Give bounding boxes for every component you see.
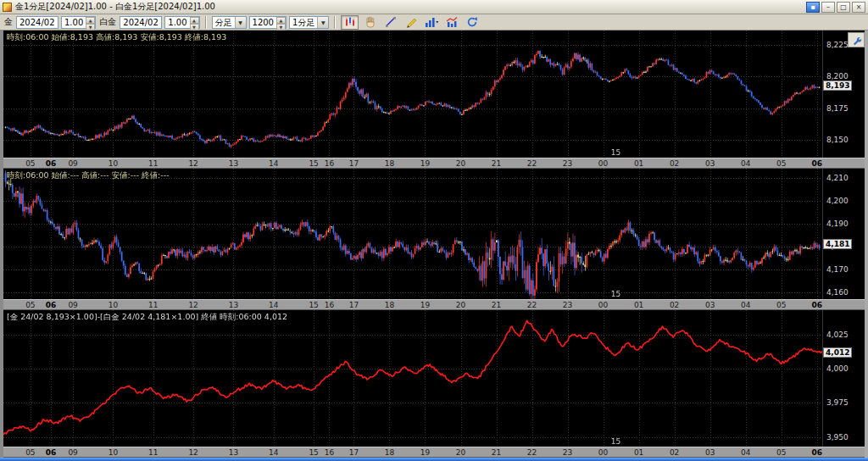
time-label: 19 xyxy=(420,300,430,310)
platinum-label: 白金 xyxy=(99,16,116,28)
toolbar: 金 2024/02 1.00 ▲ ▼ 白金 2024/02 1.00 ▲ ▼ 分… xyxy=(0,14,868,31)
time-axis: 0506091011121314151617181920212223000102… xyxy=(3,299,865,310)
time-label: 04 xyxy=(741,447,750,458)
gold-ohlc-info: 時刻:06:00 始値:8,193 高値:8,193 安値:8,193 終値:8… xyxy=(7,32,226,43)
spread-line-chart[interactable] xyxy=(3,310,822,447)
time-label: 12 xyxy=(188,447,198,458)
trendline-button[interactable] xyxy=(381,15,399,30)
date-label: 15 xyxy=(611,148,620,157)
time-label: 11 xyxy=(148,158,158,169)
chevron-down-icon[interactable]: ▼ xyxy=(317,17,328,28)
time-label: 02 xyxy=(670,447,679,458)
time-label: 05 xyxy=(25,158,35,169)
time-label: 12 xyxy=(188,158,198,169)
indicator-button[interactable] xyxy=(422,15,440,30)
time-label: 10 xyxy=(108,158,118,169)
time-label: 12 xyxy=(188,300,198,310)
time-label: 05 xyxy=(25,300,35,310)
spin-up-icon[interactable]: ▲ xyxy=(86,17,95,24)
window-title: 金1分足[2024/02]1.00 - 白金1分足[2024/02]1.00 xyxy=(15,1,803,13)
y-axis-label: 4,190 xyxy=(826,219,849,228)
time-label: 04 xyxy=(741,300,750,310)
y-axis-label: 4,200 xyxy=(826,197,849,205)
time-label: 13 xyxy=(229,447,238,458)
pin-button[interactable]: ▪ xyxy=(806,2,820,13)
last-price-tag: 4,012 xyxy=(823,347,852,358)
toolbar-separator xyxy=(205,16,207,29)
y-axis-label: 8,150 xyxy=(826,136,849,144)
time-label: 03 xyxy=(705,300,715,310)
time-label: 14 xyxy=(269,447,278,458)
time-label: 06 xyxy=(811,158,822,169)
pencil-icon xyxy=(405,16,417,28)
timeframe-dropdown[interactable]: 1分足 ▼ xyxy=(289,16,329,29)
platinum-candlestick-chart[interactable] xyxy=(3,169,822,299)
time-label: 15 xyxy=(309,447,318,458)
time-label: 02 xyxy=(670,158,679,169)
bar-count-spinner[interactable]: 1200 ▲ ▼ xyxy=(249,16,287,29)
gold-month-field[interactable]: 2024/02 xyxy=(16,16,58,29)
time-axis: 0506091011121314151617181920212223000102… xyxy=(3,447,865,458)
period-type-dropdown[interactable]: 分足 ▼ xyxy=(212,16,247,29)
spread-chart-button[interactable] xyxy=(442,15,460,30)
bar-chart-icon xyxy=(424,16,439,28)
pan-button[interactable] xyxy=(361,15,379,30)
time-label: 23 xyxy=(563,158,572,169)
time-label: 06 xyxy=(46,158,57,169)
spread-chart-icon xyxy=(446,16,458,28)
refresh-button[interactable] xyxy=(463,15,481,30)
spin-up-icon[interactable]: ▲ xyxy=(276,17,286,24)
gold-chart-panel[interactable]: 時刻:06:00 始値:8,193 高値:8,193 安値:8,193 終値:8… xyxy=(3,31,865,158)
platinum-month-field[interactable]: 2024/02 xyxy=(120,16,162,29)
candle-chart-icon xyxy=(344,16,356,28)
time-label: 01 xyxy=(634,447,643,458)
close-button[interactable]: × xyxy=(852,2,865,13)
gold-label: 金 xyxy=(4,16,13,28)
time-label: 16 xyxy=(325,158,334,169)
time-label: 05 xyxy=(776,158,786,169)
time-label: 15 xyxy=(309,158,318,169)
time-label: 06 xyxy=(46,300,57,310)
platinum-multiplier-spinner[interactable]: 1.00 ▲ ▼ xyxy=(164,16,199,29)
toolbar-separator xyxy=(334,16,336,29)
time-label: 05 xyxy=(776,447,786,458)
time-label: 15 xyxy=(309,300,318,310)
time-label: 17 xyxy=(349,158,359,169)
time-label: 17 xyxy=(349,300,359,310)
time-label: 03 xyxy=(705,447,715,458)
date-label: 15 xyxy=(611,437,620,446)
time-label: 19 xyxy=(420,447,430,458)
spin-down-icon[interactable]: ▼ xyxy=(190,24,199,31)
time-label: 19 xyxy=(420,158,430,169)
spin-down-icon[interactable]: ▼ xyxy=(276,24,286,31)
spread-chart-panel[interactable]: [金 24/02 8,193×1.00]-[白金 24/02 4,181×1.0… xyxy=(3,310,865,447)
platinum-price-axis: 4,1604,1704,1804,1904,2004,2104,181 xyxy=(822,169,865,299)
y-axis-label: 3,950 xyxy=(826,433,849,442)
spin-down-icon[interactable]: ▼ xyxy=(86,24,95,31)
gold-candlestick-chart[interactable] xyxy=(3,31,822,158)
spin-up-icon[interactable]: ▲ xyxy=(190,17,199,24)
y-axis-label: 4,210 xyxy=(826,174,849,182)
platinum-ohlc-info: 時刻:06:00 始値:--- 高値:--- 安値:--- 終値:--- xyxy=(7,170,170,181)
titlebar[interactable]: 金1分足[2024/02]1.00 - 白金1分足[2024/02]1.00 ▪… xyxy=(0,0,868,14)
pencil-button[interactable] xyxy=(402,15,420,30)
gold-multiplier-spinner[interactable]: 1.00 ▲ ▼ xyxy=(61,16,96,29)
maximize-button[interactable]: □ xyxy=(837,2,850,13)
time-label: 13 xyxy=(229,158,238,169)
y-axis-label: 4,160 xyxy=(826,288,849,297)
settings-button[interactable] xyxy=(848,32,865,47)
time-label: 01 xyxy=(634,300,643,310)
time-label: 20 xyxy=(456,158,465,169)
y-axis-label: 8,225 xyxy=(826,41,849,49)
candle-chart-button[interactable] xyxy=(341,15,359,30)
chevron-down-icon[interactable]: ▼ xyxy=(235,17,246,28)
platinum-chart-panel[interactable]: 時刻:06:00 始値:--- 高値:--- 安値:--- 終値:--- 4,1… xyxy=(3,169,865,299)
time-label: 16 xyxy=(325,447,334,458)
time-label: 10 xyxy=(108,447,118,458)
time-label: 21 xyxy=(492,300,501,310)
time-label: 13 xyxy=(229,300,238,310)
minimize-button[interactable]: – xyxy=(821,2,835,13)
hand-icon xyxy=(364,16,376,28)
time-label: 16 xyxy=(325,300,334,310)
time-label: 01 xyxy=(634,158,643,169)
